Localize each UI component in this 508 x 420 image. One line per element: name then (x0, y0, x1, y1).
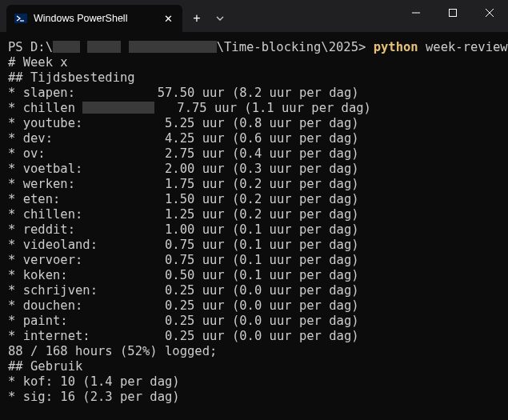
close-button[interactable] (471, 0, 508, 26)
window-controls (398, 0, 508, 26)
maximize-button[interactable] (434, 0, 471, 26)
minimize-button[interactable] (398, 0, 434, 26)
tab-dropdown-button[interactable] (210, 6, 230, 31)
new-tab-button[interactable]: + (184, 6, 210, 31)
tab-close-button[interactable]: ✕ (162, 12, 174, 25)
titlebar: Windows PowerShell ✕ + (0, 0, 508, 32)
powershell-icon (14, 12, 27, 25)
terminal-output[interactable]: PS D:\ \Time-blocking\2025> python week-… (0, 32, 508, 420)
svg-rect-3 (450, 10, 457, 17)
tab-title: Windows PowerShell (34, 13, 162, 24)
tab-powershell[interactable]: Windows PowerShell ✕ (6, 5, 182, 32)
